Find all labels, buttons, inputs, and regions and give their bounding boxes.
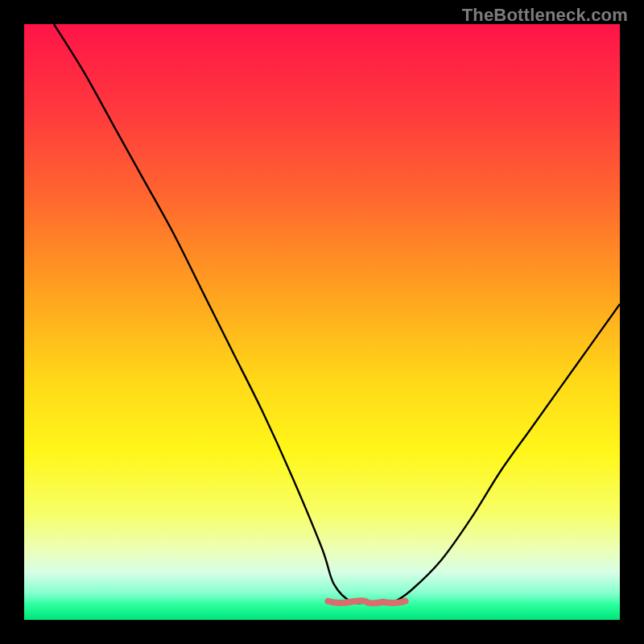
plot-area	[24, 24, 620, 620]
svg-rect-0	[24, 24, 620, 620]
watermark-text: TheBottleneck.com	[462, 5, 628, 26]
chart-frame: TheBottleneck.com	[0, 0, 644, 644]
background-gradient	[24, 24, 620, 620]
